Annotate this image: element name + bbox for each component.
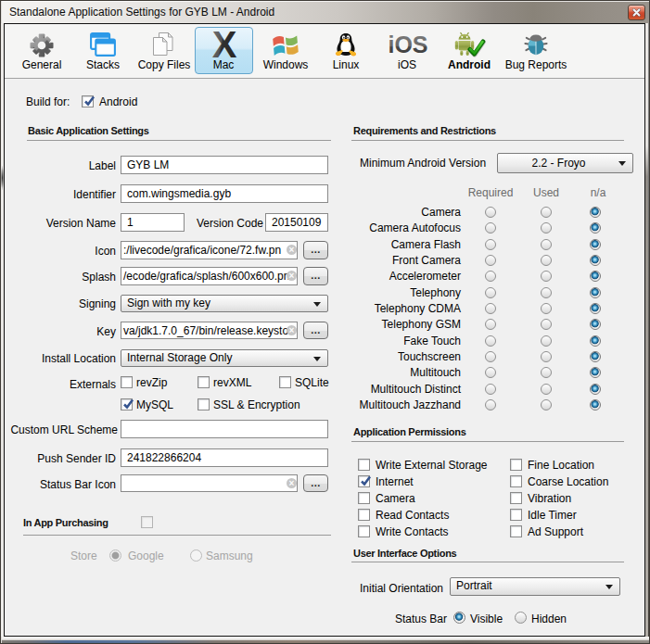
svg-text:X: X [212, 29, 237, 60]
svg-text:iOS: iOS [388, 32, 427, 57]
